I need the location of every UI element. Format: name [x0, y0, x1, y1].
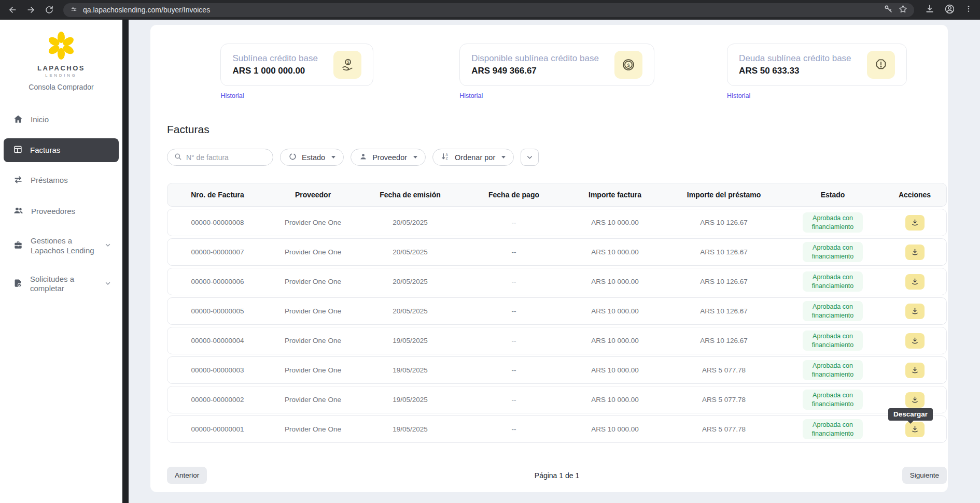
bookmark-star-icon[interactable]: [898, 4, 908, 16]
cell-invoice-number: 00000-00000007: [167, 248, 268, 256]
estado-filter-label: Estado: [302, 153, 325, 162]
column-header: Importe factura: [566, 191, 664, 199]
cell-invoice-amount: ARS 10 000.00: [566, 307, 664, 315]
cell-actions: [882, 215, 947, 231]
caret-down-icon: [501, 156, 506, 159]
page-indicator: Página 1 de 1: [167, 471, 947, 480]
status-badge: Aprobada con financiamiento: [803, 242, 863, 262]
proveedor-filter-label: Proveedor: [372, 153, 407, 162]
cell-loan-amount: ARS 10 126.67: [664, 219, 783, 226]
card-value: ARS 1 000 000.00: [232, 66, 317, 76]
cell-status: Aprobada con financiamiento: [783, 301, 882, 321]
browser-toolbar: qa.lapachoslending.com/buyer/Invoices: [0, 0, 980, 20]
profile-icon[interactable]: [944, 4, 955, 17]
sidebar-item-label: Solicitudes a completar: [30, 275, 97, 294]
cell-issue-date: 19/05/2025: [358, 366, 462, 374]
cell-provider: Provider One One: [268, 396, 358, 404]
cell-actions: [882, 363, 947, 378]
search-input[interactable]: [186, 153, 259, 162]
column-header: Estado: [783, 191, 882, 199]
more-filters-button[interactable]: [521, 149, 539, 166]
home-icon: [13, 114, 23, 126]
download-icon: [911, 307, 919, 315]
table-row: 00000-00000008 Provider One One 20/05/20…: [167, 209, 947, 236]
download-invoice-button[interactable]: [905, 304, 925, 319]
historial-link[interactable]: Historial: [727, 92, 906, 99]
cell-actions: [882, 274, 947, 290]
cell-issue-date: 19/05/2025: [358, 425, 462, 433]
card-sublinea-credito: Sublínea crédito base ARS 1 000 000.00 $: [220, 44, 373, 86]
historial-link[interactable]: Historial: [220, 92, 373, 99]
download-icon: [911, 425, 919, 434]
previous-page-button[interactable]: Anterior: [167, 467, 207, 484]
download-invoice-button[interactable]: [905, 363, 925, 378]
column-header: Nro. de Factura: [167, 191, 268, 199]
cell-status: Aprobada con financiamiento: [783, 271, 882, 292]
column-header: Fecha de pago: [462, 191, 566, 199]
download-invoice-button[interactable]: [905, 392, 925, 408]
invoice-search[interactable]: [167, 149, 273, 166]
proveedor-filter-dropdown[interactable]: Proveedor: [351, 149, 426, 166]
cell-invoice-number: 00000-00000008: [167, 219, 268, 226]
download-invoice-button[interactable]: [905, 274, 925, 290]
url-text[interactable]: qa.lapachoslending.com/buyer/Invoices: [83, 6, 879, 14]
download-icon: [911, 277, 919, 286]
dark-scrollbar-strip[interactable]: [122, 20, 129, 503]
sidebar-item-facturas[interactable]: Facturas: [4, 138, 119, 162]
sort-az-icon: AZ: [441, 152, 450, 163]
swap-arrows-icon: [13, 175, 23, 186]
cell-payment-date: --: [462, 366, 566, 374]
download-invoice-button[interactable]: [905, 422, 925, 437]
cell-invoice-number: 00000-00000005: [167, 307, 268, 315]
reload-icon[interactable]: [45, 5, 54, 15]
pagination-bar: Página 1 de 1 Anterior Siguiente: [167, 467, 947, 484]
cell-issue-date: 20/05/2025: [358, 248, 462, 256]
download-invoice-button[interactable]: [905, 215, 925, 231]
menu-dots-icon[interactable]: [964, 4, 973, 16]
status-badge: Aprobada con financiamiento: [803, 330, 863, 351]
coin-icon: $: [614, 51, 642, 79]
column-header: Fecha de emisión: [358, 191, 462, 199]
sidebar-item-inicio[interactable]: Inicio: [4, 108, 119, 132]
table-row: 00000-00000005 Provider One One 20/05/20…: [167, 297, 947, 325]
cell-status: Aprobada con financiamiento: [783, 212, 882, 233]
sidebar-item-gestiones[interactable]: Gestiones a Lapachos Lending: [4, 230, 119, 262]
table-row: 00000-00000007 Provider One One 20/05/20…: [167, 238, 947, 266]
cell-payment-date: --: [462, 248, 566, 256]
cell-actions: [882, 422, 947, 437]
download-invoice-button[interactable]: [905, 333, 925, 349]
svg-text:Z: Z: [446, 156, 448, 160]
cell-loan-amount: ARS 5 077.78: [664, 396, 783, 404]
cell-loan-amount: ARS 5 077.78: [664, 366, 783, 374]
address-bar[interactable]: qa.lapachoslending.com/buyer/Invoices: [63, 3, 914, 17]
cell-issue-date: 20/05/2025: [358, 278, 462, 285]
downloads-icon[interactable]: [925, 4, 935, 16]
estado-filter-dropdown[interactable]: Estado: [280, 149, 344, 166]
next-page-button[interactable]: Siguiente: [902, 467, 947, 484]
cell-actions: [882, 304, 947, 319]
historial-link[interactable]: Historial: [459, 92, 654, 99]
sidebar-item-proveedores[interactable]: Proveedores: [4, 199, 119, 224]
sidebar-item-prestamos[interactable]: Préstamos: [4, 168, 119, 193]
cell-loan-amount: ARS 10 126.67: [664, 278, 783, 285]
sidebar-item-solicitudes[interactable]: Solicitudes a completar: [4, 268, 119, 300]
column-header: Proveedor: [268, 191, 358, 199]
brand-name: LAPACHOS: [0, 64, 122, 72]
ordenar-filter-dropdown[interactable]: AZ Ordenar por: [432, 149, 514, 166]
download-invoice-button[interactable]: [905, 245, 925, 260]
chevron-down-icon: [104, 241, 111, 250]
forward-arrow-icon[interactable]: [26, 5, 36, 15]
back-arrow-icon[interactable]: [7, 5, 18, 15]
site-settings-icon[interactable]: [69, 5, 78, 16]
cell-payment-date: --: [462, 425, 566, 433]
cell-invoice-amount: ARS 10 000.00: [566, 396, 664, 404]
cell-status: Aprobada con financiamiento: [783, 330, 882, 351]
cell-status: Aprobada con financiamiento: [783, 419, 882, 439]
passwords-key-icon[interactable]: [884, 4, 893, 16]
status-badge: Aprobada con financiamiento: [803, 419, 863, 439]
filters-bar: Estado Proveedor AZ Ordenar por: [167, 149, 947, 166]
cell-issue-date: 19/05/2025: [358, 396, 462, 404]
cell-provider: Provider One One: [268, 366, 358, 374]
cell-invoice-amount: ARS 10 000.00: [566, 278, 664, 285]
card-disponible-sublinea: Disponible sublínea crédito base ARS 949…: [459, 44, 654, 86]
